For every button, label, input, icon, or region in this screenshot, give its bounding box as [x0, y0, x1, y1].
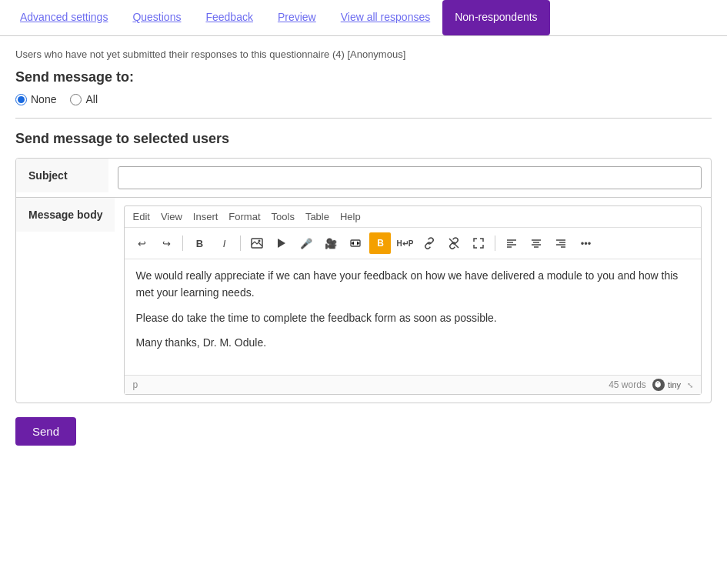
menu-table[interactable]: Table	[305, 211, 329, 222]
insert-embed-button[interactable]	[345, 232, 366, 254]
message-body-row: Message body Edit View Insert Format Too…	[16, 198, 711, 403]
radio-all-input[interactable]	[70, 94, 82, 105]
editor-content[interactable]: We would really appreciate if we can hav…	[125, 259, 701, 375]
unlink-button[interactable]	[443, 232, 465, 254]
content-area: Users who have not yet submitted their r…	[0, 36, 727, 458]
divider	[15, 118, 712, 119]
menu-view[interactable]: View	[161, 211, 182, 222]
radio-none[interactable]: None	[15, 93, 56, 105]
editor-menubar: Edit View Insert Format Tools Table Help	[125, 206, 701, 228]
svg-line-4	[449, 239, 459, 248]
tab-non-respondents[interactable]: Non-respondents	[442, 0, 549, 35]
insert-media-button[interactable]	[271, 232, 292, 254]
link-button[interactable]	[419, 232, 440, 254]
tab-questions[interactable]: Questions	[120, 0, 193, 35]
menu-tools[interactable]: Tools	[272, 211, 295, 222]
subject-field-wrapper	[108, 159, 711, 197]
undo-button[interactable]: ↩	[131, 232, 152, 254]
subject-label: Subject	[16, 159, 108, 192]
fullscreen-button[interactable]	[468, 232, 489, 254]
editor-para-1: We would really appreciate if we can hav…	[135, 267, 690, 302]
radio-all[interactable]: All	[70, 93, 98, 105]
tiny-logo: 🅣 tiny	[652, 379, 681, 391]
editor-toolbar: ↩ ↪ B I 🎤 🎥	[125, 228, 701, 259]
menu-edit[interactable]: Edit	[132, 211, 149, 222]
tiny-label: tiny	[668, 380, 681, 389]
tab-preview[interactable]: Preview	[265, 0, 328, 35]
menu-format[interactable]: Format	[228, 211, 260, 222]
subject-input[interactable]	[118, 166, 702, 189]
align-right-button[interactable]	[550, 232, 572, 254]
menu-help[interactable]: Help	[340, 211, 361, 222]
message-form: Subject Message body Edit View Insert Fo…	[15, 158, 712, 403]
status-tag: p	[132, 379, 138, 390]
send-button[interactable]: Send	[15, 417, 76, 446]
editor-para-3: Many thanks, Dr. M. Odule.	[135, 334, 690, 351]
blogger-button[interactable]: B	[369, 232, 391, 254]
resize-handle[interactable]: ⤡	[687, 381, 693, 389]
insert-image-button[interactable]	[246, 232, 268, 254]
toolbar-sep-1	[182, 236, 183, 251]
nonbreaking-button[interactable]: H↵P	[394, 232, 415, 254]
editor-container: Edit View Insert Format Tools Table Help…	[124, 205, 702, 395]
menu-insert[interactable]: Insert	[193, 211, 218, 222]
word-count: 45 words	[609, 379, 646, 390]
insert-video-button[interactable]: 🎥	[320, 232, 342, 254]
more-button[interactable]: •••	[575, 232, 596, 254]
editor-wrapper: Edit View Insert Format Tools Table Help…	[115, 198, 711, 403]
svg-marker-2	[278, 239, 285, 248]
message-body-label: Message body	[16, 198, 115, 232]
section-title: Send message to selected users	[15, 131, 712, 147]
info-text: Users who have not yet submitted their r…	[15, 48, 712, 60]
tab-advanced-settings[interactable]: Advanced settings	[8, 0, 120, 35]
align-left-button[interactable]	[501, 232, 522, 254]
radio-all-label: All	[85, 93, 98, 105]
radio-none-label: None	[31, 93, 56, 105]
editor-statusbar: p 45 words 🅣 tiny ⤡	[125, 375, 701, 394]
svg-point-1	[258, 240, 261, 242]
send-to-label: Send message to:	[15, 69, 712, 85]
align-center-button[interactable]	[525, 232, 547, 254]
redo-button[interactable]: ↪	[155, 232, 177, 254]
radio-group: None All	[15, 93, 712, 105]
tab-view-all-responses[interactable]: View all responses	[328, 0, 442, 35]
subject-row: Subject	[16, 159, 711, 198]
toolbar-sep-2	[240, 236, 241, 251]
tabs-bar: Advanced settingsQuestionsFeedbackPrevie…	[0, 0, 727, 36]
tiny-icon: 🅣	[652, 379, 665, 391]
insert-audio-button[interactable]: 🎤	[295, 232, 317, 254]
editor-para-2: Please do take the time to complete the …	[135, 309, 690, 326]
radio-none-input[interactable]	[15, 94, 27, 105]
italic-button[interactable]: I	[213, 232, 235, 254]
tab-feedback[interactable]: Feedback	[193, 0, 265, 35]
bold-button[interactable]: B	[188, 232, 210, 254]
toolbar-sep-3	[495, 236, 495, 251]
